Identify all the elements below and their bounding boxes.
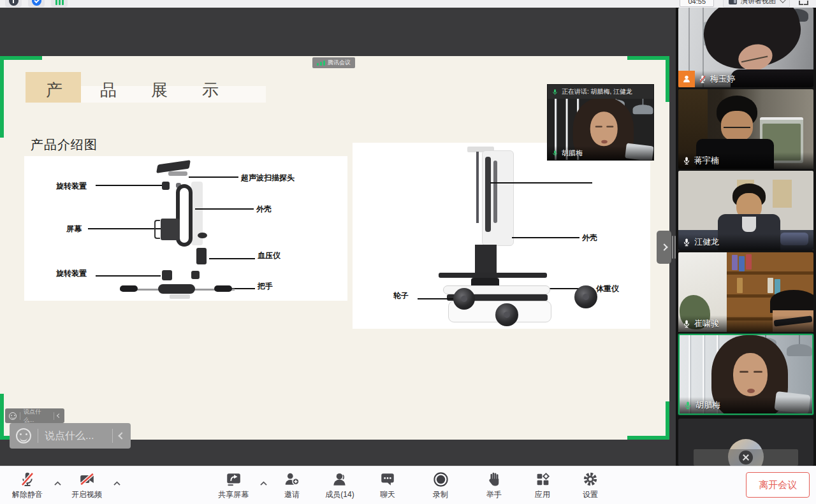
settings-label: 设置 xyxy=(583,489,598,500)
meeting-info-button[interactable] xyxy=(5,0,22,7)
leader-line xyxy=(418,298,455,299)
wheel-part xyxy=(453,288,475,310)
column-stripe2-part xyxy=(493,161,497,223)
participant-tile[interactable]: 梅玉婷 xyxy=(678,8,813,87)
leader-line xyxy=(96,275,161,277)
column-stripe-part xyxy=(485,157,491,232)
name-tag: 梅玉婷 xyxy=(678,71,813,87)
divider xyxy=(112,429,113,443)
signal-icon xyxy=(55,0,64,5)
share-border-bottom-right xyxy=(627,401,669,440)
participant-name: 胡腊梅 xyxy=(696,400,720,411)
collapse-chat-icon[interactable] xyxy=(118,432,125,439)
security-button[interactable] xyxy=(28,0,45,7)
camera-off-icon xyxy=(78,470,96,488)
record-button[interactable]: 录制 xyxy=(416,470,465,500)
sidebar-splitter-handle[interactable] xyxy=(672,236,676,259)
slide-title-char-1: 产 xyxy=(45,79,64,101)
label-shell-right: 外壳 xyxy=(582,233,597,243)
share-source-badge: 腾讯会议 xyxy=(312,57,355,68)
share-badge-label: 腾讯会议 xyxy=(328,59,351,67)
participant-tile[interactable]: 江健龙 xyxy=(678,171,813,250)
mic-icon xyxy=(551,89,558,96)
raise-hand-label: 举手 xyxy=(486,489,502,500)
probe-base-part xyxy=(168,171,187,176)
mic-icon xyxy=(682,238,691,247)
meeting-toolbar: 解除静音 开启视频 xyxy=(0,466,816,504)
share-screen-button[interactable]: 共享屏幕 xyxy=(209,470,258,500)
info-icon xyxy=(9,0,18,6)
slide-title-char-4: 示 xyxy=(201,79,220,101)
rotate2-part xyxy=(162,270,172,280)
chat-placeholder[interactable]: 说点什么... xyxy=(45,429,106,443)
audio-options-chevron[interactable] xyxy=(52,479,62,487)
chat-placeholder-small[interactable]: 说点什么... xyxy=(24,408,50,424)
rotate1-part xyxy=(162,182,170,190)
mic-icon xyxy=(682,319,691,328)
share-options-chevron[interactable] xyxy=(258,479,268,487)
name-tag: 胡腊梅 xyxy=(680,397,812,414)
mic-muted-icon xyxy=(698,75,707,83)
active-speaker-overlay[interactable]: 正在讲话: 胡腊梅, 江健龙 xyxy=(547,84,654,161)
participants-sidebar: 梅玉婷 蒋宇楠 xyxy=(676,8,816,466)
chevron-down-icon xyxy=(780,0,786,3)
bp-part xyxy=(196,248,207,264)
speaker-video: 胡腊梅 xyxy=(548,99,653,160)
unmute-label: 解除静音 xyxy=(12,489,43,500)
speaking-header: 正在讲话: 胡腊梅, 江健龙 xyxy=(548,85,653,99)
fullscreen-button[interactable] xyxy=(799,0,808,5)
start-video-button[interactable]: 开启视频 xyxy=(62,470,111,500)
flange-part xyxy=(439,273,547,278)
divider xyxy=(38,429,38,443)
invite-button[interactable]: 邀请 xyxy=(268,470,316,500)
wheel-part xyxy=(495,303,518,326)
participant-name: 梅玉婷 xyxy=(710,73,735,85)
slide-section-title: 产品介绍图 xyxy=(31,136,98,154)
share-screen-label: 共享屏幕 xyxy=(218,489,249,500)
top-left-buttons xyxy=(5,0,68,7)
chat-icon xyxy=(379,470,396,488)
view-mode-dropdown[interactable]: 演讲者视图 xyxy=(723,0,790,8)
members-button[interactable]: 成员(14) xyxy=(316,470,364,500)
top-right-controls: 04:55 演讲者视图 xyxy=(680,0,808,8)
mic-speaking-icon xyxy=(683,401,692,410)
participant-tile[interactable]: 崔啸骏 xyxy=(678,252,813,332)
participant-tile-camera-off[interactable] xyxy=(678,419,813,466)
settings-button[interactable]: 设置 xyxy=(566,470,615,500)
stage: 腾讯会议 产 品 展 示 产品介绍图 超声波扫描探头 旋转装置 xyxy=(0,8,816,466)
emoji-icon[interactable] xyxy=(16,428,31,443)
participant-tile-active-speaker[interactable]: 胡腊梅 xyxy=(678,334,813,415)
diagram-left-panel: 超声波扫描探头 旋转装置 外壳 屏幕 血压仪 旋转装置 xyxy=(24,156,347,301)
chat-button[interactable]: 聊天 xyxy=(363,470,412,500)
participant-tile[interactable]: 蒋宇楠 xyxy=(678,89,813,169)
settings-gear-icon xyxy=(582,470,599,488)
top-bar: 04:55 演讲者视图 xyxy=(0,0,816,8)
apps-button[interactable]: 应用 xyxy=(518,470,567,500)
label-probe: 超声波扫描探头 xyxy=(241,173,295,184)
network-button[interactable] xyxy=(51,0,68,7)
handle-base-part xyxy=(170,294,190,299)
emoji-icon[interactable] xyxy=(9,412,17,420)
name-tag: 蒋宇楠 xyxy=(678,152,813,169)
mic-icon xyxy=(682,156,691,165)
video-options-chevron[interactable] xyxy=(112,479,122,487)
pole-part xyxy=(475,245,497,274)
collapse-chat-icon[interactable] xyxy=(57,414,61,418)
chat-bubble-mini[interactable]: 说点什么... xyxy=(5,408,64,423)
share-screen-icon xyxy=(225,470,242,488)
divider xyxy=(20,412,20,420)
mic-speaking-icon xyxy=(551,150,558,157)
chat-input-bar[interactable]: 说点什么... xyxy=(10,423,131,449)
apps-label: 应用 xyxy=(535,489,550,500)
leader-line xyxy=(189,176,238,178)
speaker-view-icon xyxy=(729,0,737,4)
apps-icon xyxy=(535,470,551,488)
sidebar-collapse-button[interactable] xyxy=(657,231,671,264)
share-border-top-left xyxy=(0,56,42,138)
leave-meeting-button[interactable]: 离开会议 xyxy=(746,472,810,498)
chat-label: 聊天 xyxy=(380,489,395,500)
diagram-right-panel: 外壳 体重仪 轮子 xyxy=(353,143,650,329)
raise-hand-button[interactable]: 举手 xyxy=(470,470,518,500)
screen-part xyxy=(161,219,180,240)
unmute-button[interactable]: 解除静音 xyxy=(3,470,52,500)
